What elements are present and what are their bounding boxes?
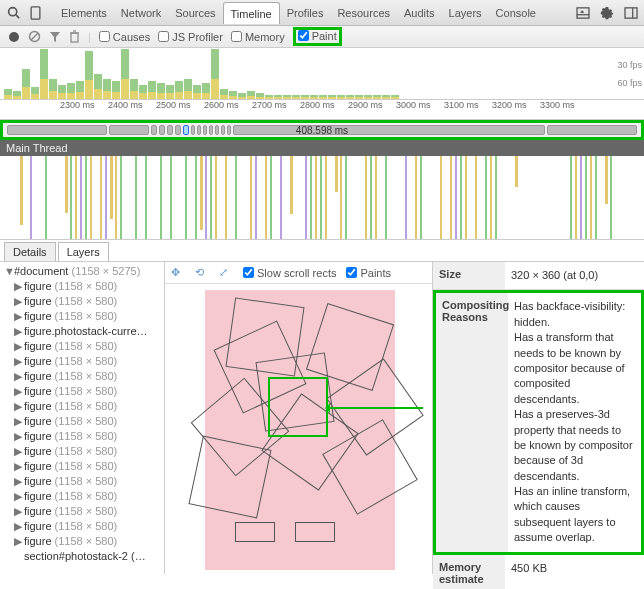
ruler-tick: 3000 ms bbox=[396, 100, 444, 119]
tab-timeline[interactable]: Timeline bbox=[223, 2, 280, 24]
ruler-tick: 2300 ms bbox=[60, 100, 108, 119]
record-icon[interactable] bbox=[8, 31, 20, 43]
svg-point-9 bbox=[9, 32, 19, 42]
prop-size-label: Size bbox=[433, 262, 505, 289]
tab-audits[interactable]: Audits bbox=[397, 2, 442, 24]
memory-checkbox[interactable]: Memory bbox=[231, 31, 285, 43]
clear-icon[interactable] bbox=[28, 30, 41, 43]
tree-row[interactable]: ▶figure (1158 × 580) bbox=[0, 279, 164, 294]
paints-label: Paints bbox=[360, 267, 391, 279]
prop-memory-label: Memory estimate bbox=[433, 555, 505, 589]
tree-row[interactable]: ▶figure (1158 × 580) bbox=[0, 384, 164, 399]
svg-line-1 bbox=[15, 15, 18, 18]
svg-point-0 bbox=[8, 8, 16, 16]
tab-console[interactable]: Console bbox=[489, 2, 543, 24]
timeline-toolbar: | Causes JS Profiler Memory Paint bbox=[0, 26, 644, 48]
tree-row[interactable]: ▶figure (1158 × 580) bbox=[0, 339, 164, 354]
jsprofiler-checkbox[interactable]: JS Profiler bbox=[158, 31, 223, 43]
tree-row[interactable]: ▶figure (1158 × 580) bbox=[0, 369, 164, 384]
ruler-tick: 2500 ms bbox=[156, 100, 204, 119]
overview-time: 408.598 ms bbox=[296, 125, 348, 136]
prop-memory-value: 450 KB bbox=[505, 555, 644, 589]
tree-row[interactable]: ▶figure (1158 × 580) bbox=[0, 489, 164, 504]
fps-bars bbox=[0, 47, 614, 99]
paint-checkbox[interactable]: Paint bbox=[298, 30, 337, 42]
tab-resources[interactable]: Resources bbox=[330, 2, 397, 24]
tree-row[interactable]: ▶figure.photostack-curre… bbox=[0, 324, 164, 339]
dock-icon[interactable] bbox=[624, 6, 638, 20]
causes-checkbox[interactable]: Causes bbox=[99, 31, 150, 43]
tree-row[interactable]: section#photostack-2 (… bbox=[0, 549, 164, 564]
layer-canvas[interactable]: ✥ ⟲ ⤢ Slow scroll rects Paints bbox=[165, 262, 432, 574]
tree-row[interactable]: ▶figure (1158 × 580) bbox=[0, 444, 164, 459]
ruler-tick: 3200 ms bbox=[492, 100, 540, 119]
gear-icon[interactable] bbox=[600, 6, 614, 20]
paint-highlight: Paint bbox=[293, 27, 342, 47]
tree-row[interactable]: ▶figure (1158 × 580) bbox=[0, 309, 164, 324]
ruler-tick: 2800 ms bbox=[300, 100, 348, 119]
prop-reasons-label: Compositing Reasons bbox=[436, 293, 508, 551]
memory-label: Memory bbox=[245, 31, 285, 43]
tab-profiles[interactable]: Profiles bbox=[280, 2, 331, 24]
subtab-details[interactable]: Details bbox=[4, 242, 56, 261]
time-ruler[interactable]: 2300 ms 2400 ms 2500 ms 2600 ms 2700 ms … bbox=[0, 100, 644, 120]
panel-tabs: Elements Network Sources Timeline Profil… bbox=[54, 2, 543, 24]
tab-elements[interactable]: Elements bbox=[54, 2, 114, 24]
paints-checkbox[interactable]: Paints bbox=[346, 267, 391, 279]
tree-row[interactable]: ▶figure (1158 × 580) bbox=[0, 504, 164, 519]
slow-rects-checkbox[interactable]: Slow scroll rects bbox=[243, 267, 336, 279]
prop-reasons-value: Has backface-visibility: hidden.Has a tr… bbox=[508, 293, 641, 551]
tree-row[interactable]: ▶figure (1158 × 580) bbox=[0, 354, 164, 369]
canvas-toolbar: ✥ ⟲ ⤢ Slow scroll rects Paints bbox=[165, 262, 432, 284]
tree-row[interactable]: ▶figure (1158 × 580) bbox=[0, 519, 164, 534]
move-icon[interactable]: ✥ bbox=[171, 266, 185, 279]
overview-strip[interactable]: 408.598 ms bbox=[0, 120, 644, 140]
layer-tree[interactable]: ▼#document (1158 × 5275)▶figure (1158 × … bbox=[0, 262, 165, 574]
subtab-layers[interactable]: Layers bbox=[58, 242, 109, 261]
tree-row[interactable]: ▶figure (1158 × 580) bbox=[0, 459, 164, 474]
tree-row[interactable]: ▶figure (1158 × 580) bbox=[0, 474, 164, 489]
ruler-tick: 2700 ms bbox=[252, 100, 300, 119]
tab-network[interactable]: Network bbox=[114, 2, 168, 24]
filter-icon[interactable] bbox=[49, 31, 61, 43]
reset-icon[interactable]: ⤢ bbox=[219, 266, 233, 279]
svg-line-11 bbox=[31, 33, 38, 40]
ruler-tick: 2600 ms bbox=[204, 100, 252, 119]
tree-row[interactable]: ▶figure (1158 × 580) bbox=[0, 294, 164, 309]
tree-row[interactable]: ▶figure (1158 × 580) bbox=[0, 399, 164, 414]
tab-layers[interactable]: Layers bbox=[442, 2, 489, 24]
prop-compositing-reasons: Compositing Reasons Has backface-visibil… bbox=[433, 290, 644, 554]
layers-panel: ▼#document (1158 × 5275)▶figure (1158 × … bbox=[0, 262, 644, 574]
slow-rects-label: Slow scroll rects bbox=[257, 267, 336, 279]
prop-memory: Memory estimate 450 KB bbox=[433, 555, 644, 589]
gc-icon[interactable] bbox=[69, 30, 80, 43]
rotate-icon[interactable]: ⟲ bbox=[195, 266, 209, 279]
tab-sources[interactable]: Sources bbox=[168, 2, 222, 24]
search-icon[interactable] bbox=[6, 6, 20, 20]
prop-size-value: 320 × 360 (at 0,0) bbox=[505, 262, 644, 289]
devtools-topbar: Elements Network Sources Timeline Profil… bbox=[0, 0, 644, 26]
tree-row[interactable]: ▶figure (1158 × 580) bbox=[0, 414, 164, 429]
fps-overview[interactable]: 30 fps 60 fps bbox=[0, 48, 644, 100]
fps60-label: 60 fps bbox=[617, 78, 642, 88]
ruler-tick: 2400 ms bbox=[108, 100, 156, 119]
highlight-arrow bbox=[328, 407, 423, 409]
layer-props: Size 320 × 360 (at 0,0) Compositing Reas… bbox=[432, 262, 644, 574]
device-icon[interactable] bbox=[28, 6, 42, 20]
svg-rect-7 bbox=[625, 7, 637, 17]
svg-rect-2 bbox=[31, 6, 40, 18]
selected-layer-highlight bbox=[268, 377, 328, 437]
jsprofiler-label: JS Profiler bbox=[172, 31, 223, 43]
svg-rect-12 bbox=[71, 33, 78, 42]
drawer-icon[interactable] bbox=[576, 6, 590, 20]
paint-label: Paint bbox=[312, 30, 337, 42]
tree-row[interactable]: ▶figure (1158 × 580) bbox=[0, 429, 164, 444]
flame-chart[interactable] bbox=[0, 156, 644, 240]
bottom-subtabs: Details Layers bbox=[0, 240, 644, 262]
tree-row[interactable]: ▼#document (1158 × 5275) bbox=[0, 264, 164, 279]
tree-row[interactable]: ▶figure (1158 × 580) bbox=[0, 534, 164, 549]
ruler-tick: 3100 ms bbox=[444, 100, 492, 119]
ruler-tick: 2900 ms bbox=[348, 100, 396, 119]
fps30-label: 30 fps bbox=[617, 60, 642, 70]
main-thread-header: Main Thread bbox=[0, 140, 644, 156]
